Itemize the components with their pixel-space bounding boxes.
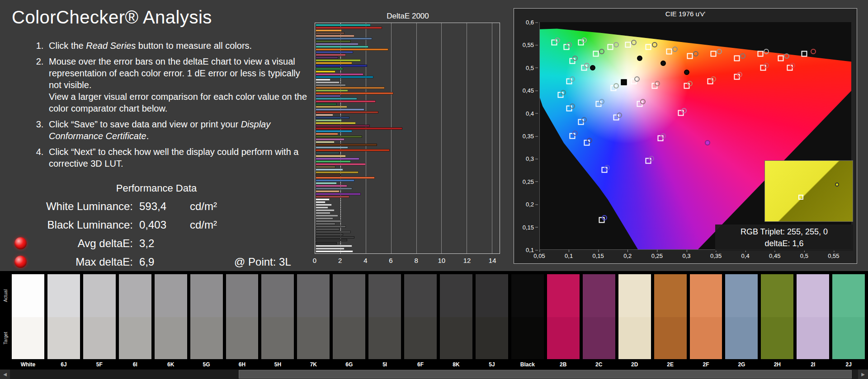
deltae-bar[interactable] [316,106,347,108]
deltae-bar[interactable] [316,223,335,225]
deltae-bar[interactable] [316,231,351,233]
deltae-bar[interactable] [316,37,372,40]
deltae-bar[interactable] [316,228,340,230]
deltae-bar[interactable] [316,179,354,182]
deltae-bar[interactable] [316,168,343,171]
deltae-bar[interactable] [316,43,359,45]
x-tick-label: 8 [414,257,418,264]
measured-marker [640,99,646,104]
deltae-bar[interactable] [316,114,333,116]
deltae-bar[interactable] [316,152,340,154]
deltae-bar[interactable] [316,149,390,151]
measured-marker [711,76,716,82]
target-marker [710,51,716,57]
measured-marker [784,53,789,59]
deltae-bar[interactable] [316,239,347,241]
deltae-bar[interactable] [316,158,359,160]
deltae-bar[interactable] [316,68,343,70]
deltae-bar[interactable] [316,133,338,135]
deltae-bar[interactable] [316,48,388,51]
deltae-bar[interactable] [316,70,335,73]
deltae-bar[interactable] [316,95,341,97]
deltae-bar[interactable] [316,166,335,168]
deltae-bar[interactable] [316,59,361,61]
deltae-bar[interactable] [316,204,332,206]
measured-marker [599,49,604,54]
deltae-bar[interactable] [316,108,364,111]
deltae-bar[interactable] [316,127,402,130]
deltae-bar[interactable] [316,56,338,59]
x-tick-label: 0,2 [623,253,632,259]
deltae-bar[interactable] [316,171,359,173]
deltae-bar[interactable] [316,35,354,37]
deltae-bar[interactable] [316,117,349,119]
deltae-bar[interactable] [316,73,363,75]
x-tick-label: 0,55 [828,253,839,259]
deltae-bar[interactable] [316,146,348,149]
deltae-bar[interactable] [316,248,344,250]
deltae-bar[interactable] [316,122,356,124]
deltae-bar[interactable] [316,51,353,53]
deltae-bar[interactable] [316,130,352,132]
deltae-bar[interactable] [316,206,328,209]
deltae-bar[interactable] [316,185,347,187]
deltae-bar[interactable] [316,125,370,127]
deltae-bar[interactable] [316,111,378,113]
deltae-bar[interactable] [316,245,352,247]
comparator-column: 6K [155,274,187,370]
deltae-bar[interactable] [316,79,330,81]
scrollbar-thumb[interactable] [239,370,852,379]
deltae-bar[interactable] [316,160,351,163]
deltae-bar[interactable] [316,209,335,211]
deltae-bar[interactable] [316,136,362,138]
horizontal-scrollbar[interactable]: ◀ ▶ [0,370,868,379]
deltae-bar[interactable] [316,187,352,190]
deltae-bar[interactable] [316,32,344,34]
deltae-bar[interactable] [316,144,377,146]
x-tick-label: 4 [363,257,367,264]
deltae-bar[interactable] [316,155,346,157]
deltae-bar[interactable] [316,119,342,122]
scroll-right-icon[interactable]: ▶ [858,370,868,379]
deltae-bar[interactable] [316,100,376,103]
deltae-bar[interactable] [316,225,346,228]
scroll-left-icon[interactable]: ◀ [0,370,10,379]
performance-row: Avg deltaE:3,2 [7,234,306,253]
deltae-bar[interactable] [316,212,330,214]
deltae-bar[interactable] [316,163,366,165]
deltae-bar[interactable] [316,201,326,203]
deltae-bar[interactable] [316,92,393,94]
deltae-bar[interactable] [316,196,349,198]
deltae-bar[interactable] [316,76,373,78]
deltae-bar[interactable] [316,174,341,176]
deltae-bar[interactable] [316,87,385,89]
deltae-bar[interactable] [316,98,357,100]
deltae-bar[interactable] [316,84,346,86]
deltae-bar[interactable] [316,215,338,217]
deltae-bar[interactable] [316,46,368,48]
deltae-bar[interactable] [316,141,335,143]
deltae-bar[interactable] [316,198,330,201]
deltae-bar[interactable] [316,24,371,26]
inset-measured-marker [835,182,839,187]
deltae-bar[interactable] [316,236,354,239]
deltae-bar[interactable] [316,177,375,179]
deltae-bar[interactable] [316,29,342,32]
deltae-bar[interactable] [316,242,337,244]
deltae-bar[interactable] [316,250,353,253]
deltae-bar[interactable] [316,89,348,92]
deltae-bar[interactable] [316,193,361,195]
deltae-bar[interactable] [316,65,367,67]
deltae-bar[interactable] [316,138,344,140]
deltae-bar[interactable] [316,103,337,105]
deltae-bar[interactable] [316,190,340,192]
deltae-bar[interactable] [316,182,337,184]
deltae-bar[interactable] [316,40,351,42]
deltae-bar[interactable] [316,217,333,220]
deltae-bar[interactable] [316,81,340,84]
deltae-bar[interactable] [316,27,382,29]
deltae-bar[interactable] [316,234,343,236]
deltae-bar[interactable] [316,62,352,64]
deltae-bar[interactable] [316,220,342,222]
deltae-bar[interactable] [316,54,346,56]
